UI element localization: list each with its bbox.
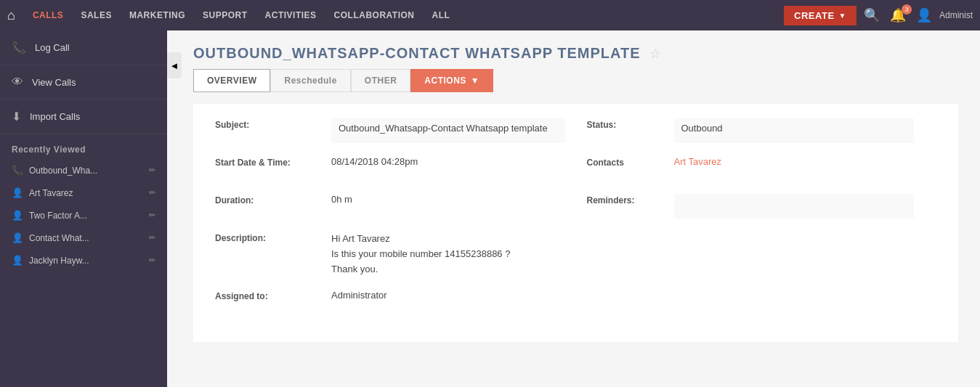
description-value: Hi Art Tavarez Is this your mobile numbe… — [331, 232, 565, 277]
main-content: ◄ OUTBOUND_WHATSAPP-CONTACT WHATSAPP TEM… — [167, 30, 980, 387]
admin-label: Administ — [939, 10, 973, 20]
sidebar-item-import-calls[interactable]: ⬇ Import Calls — [0, 99, 167, 134]
recent-contact-what-edit-icon[interactable]: ✏ — [149, 233, 155, 243]
tab-bar: OVERVIEW Reschedule OTHER ACTIONS ▼ — [167, 69, 980, 92]
subject-label: Subject: — [215, 118, 331, 130]
description-row: Description: Hi Art Tavarez Is this your… — [215, 232, 565, 277]
assigned-value: Administrator — [331, 290, 565, 314]
nav-right-actions: CREATE ▼ 🔍 🔔 3 👤 Administ — [784, 4, 973, 26]
search-icon[interactable]: 🔍 — [861, 4, 883, 26]
status-label: Status: — [587, 118, 674, 130]
contacts-row: Contacts Art Tavarez — [587, 156, 937, 181]
actions-dropdown-arrow: ▼ — [471, 76, 479, 86]
sidebar-item-view-calls[interactable]: 👁 View Calls — [0, 65, 167, 99]
reminders-row: Reminders: — [587, 194, 937, 219]
recent-outbound-edit-icon[interactable]: ✏ — [149, 166, 155, 175]
nav-all[interactable]: ALL — [424, 10, 459, 20]
create-label: CREATE — [794, 10, 834, 21]
tab-actions[interactable]: ACTIONS ▼ — [410, 69, 493, 92]
duration-value: 0h m — [331, 194, 565, 219]
nav-sales[interactable]: SALES — [72, 10, 121, 20]
start-date-row: Start Date & Time: 08/14/2018 04:28pm — [215, 156, 565, 181]
page-header: OUTBOUND_WHATSAPP-CONTACT WHATSAPP TEMPL… — [167, 30, 980, 69]
recent-item-jacklyn[interactable]: 👤 Jacklyn Hayw... ✏ — [0, 249, 167, 272]
reminders-value — [674, 194, 914, 219]
subject-value: Outbound_Whatsapp-Contact Whatsapp templ… — [331, 118, 565, 143]
description-label: Description: — [215, 232, 331, 243]
nav-marketing[interactable]: MARKETING — [121, 10, 194, 20]
recently-viewed-section-header: Recently Viewed — [0, 134, 167, 159]
tab-overview[interactable]: OVERVIEW — [193, 69, 270, 92]
recent-item-outbound[interactable]: 📞 Outbound_Wha... ✏ — [0, 159, 167, 182]
nav-activities[interactable]: ACTIVITIES — [256, 10, 325, 20]
import-calls-icon: ⬇ — [12, 110, 21, 123]
home-icon[interactable]: ⌂ — [7, 8, 15, 23]
notification-badge: 3 — [902, 4, 912, 15]
recent-art-edit-icon[interactable]: ✏ — [149, 188, 155, 197]
tab-reschedule[interactable]: Reschedule — [270, 69, 350, 92]
recent-jacklyn-edit-icon[interactable]: ✏ — [149, 256, 155, 265]
reminders-label: Reminders: — [587, 194, 674, 205]
contacts-label: Contacts — [587, 156, 674, 168]
start-date-label: Start Date & Time: — [215, 156, 331, 168]
contacts-value[interactable]: Art Tavarez — [674, 156, 914, 181]
sidebar: 📞 Log Call 👁 View Calls ⬇ Import Calls R… — [0, 30, 167, 387]
nav-collaboration[interactable]: COLLABORATION — [325, 10, 424, 20]
sidebar-item-log-call[interactable]: 📞 Log Call — [0, 30, 167, 65]
recent-outbound-icon: 📞 — [12, 165, 23, 176]
top-navigation: ⌂ CALLS SALES MARKETING SUPPORT ACTIVITI… — [0, 0, 980, 30]
subject-row: Subject: Outbound_Whatsapp-Contact Whats… — [215, 118, 565, 143]
recent-contact-what-icon: 👤 — [12, 232, 23, 243]
recent-item-contact-what[interactable]: 👤 Contact What... ✏ — [0, 227, 167, 249]
recent-art-icon: 👤 — [12, 187, 23, 198]
user-avatar-icon[interactable]: 👤 — [913, 4, 935, 26]
assigned-row: Assigned to: Administrator — [215, 290, 565, 314]
recent-two-factor-icon: 👤 — [12, 210, 23, 221]
duration-row: Duration: 0h m — [215, 194, 565, 219]
detail-card: Subject: Outbound_Whatsapp-Contact Whats… — [193, 104, 958, 342]
log-call-label: Log Call — [35, 42, 70, 53]
recent-jacklyn-label: Jacklyn Hayw... — [29, 256, 89, 266]
left-column: Subject: Outbound_Whatsapp-Contact Whats… — [215, 118, 565, 327]
view-calls-label: View Calls — [32, 77, 76, 88]
log-call-icon: 📞 — [12, 41, 26, 54]
main-layout: 📞 Log Call 👁 View Calls ⬇ Import Calls R… — [0, 30, 980, 387]
favorite-star-icon[interactable]: ☆ — [649, 46, 661, 62]
recent-jacklyn-icon: 👤 — [12, 255, 23, 266]
tab-other[interactable]: OTHER — [351, 69, 411, 92]
recent-outbound-label: Outbound_Wha... — [29, 166, 97, 176]
nav-support[interactable]: SUPPORT — [194, 10, 256, 20]
start-date-value: 08/14/2018 04:28pm — [331, 156, 565, 181]
status-row: Status: Outbound — [587, 118, 937, 143]
duration-label: Duration: — [215, 194, 331, 205]
recent-item-art-tavarez[interactable]: 👤 Art Tavarez ✏ — [0, 182, 167, 204]
page-title: OUTBOUND_WHATSAPP-CONTACT WHATSAPP TEMPL… — [193, 45, 641, 62]
recent-item-two-factor[interactable]: 👤 Two Factor A... ✏ — [0, 204, 167, 227]
nav-calls[interactable]: CALLS — [24, 10, 73, 20]
right-column: Status: Outbound Contacts Art Tavarez Re… — [587, 118, 937, 327]
recent-art-label: Art Tavarez — [29, 188, 73, 198]
assigned-label: Assigned to: — [215, 290, 331, 301]
recent-two-factor-edit-icon[interactable]: ✏ — [149, 211, 155, 220]
notification-bell-wrapper: 🔔 3 — [887, 7, 909, 23]
detail-two-column: Subject: Outbound_Whatsapp-Contact Whats… — [215, 118, 936, 327]
import-calls-label: Import Calls — [30, 111, 80, 122]
create-button[interactable]: CREATE ▼ — [784, 6, 857, 25]
recent-two-factor-label: Two Factor A... — [29, 211, 87, 221]
sidebar-toggle[interactable]: ◄ — [167, 52, 182, 78]
create-dropdown-arrow: ▼ — [839, 12, 846, 20]
status-value: Outbound — [674, 118, 914, 143]
view-calls-icon: 👁 — [12, 76, 23, 89]
recent-contact-what-label: Contact What... — [29, 233, 89, 243]
